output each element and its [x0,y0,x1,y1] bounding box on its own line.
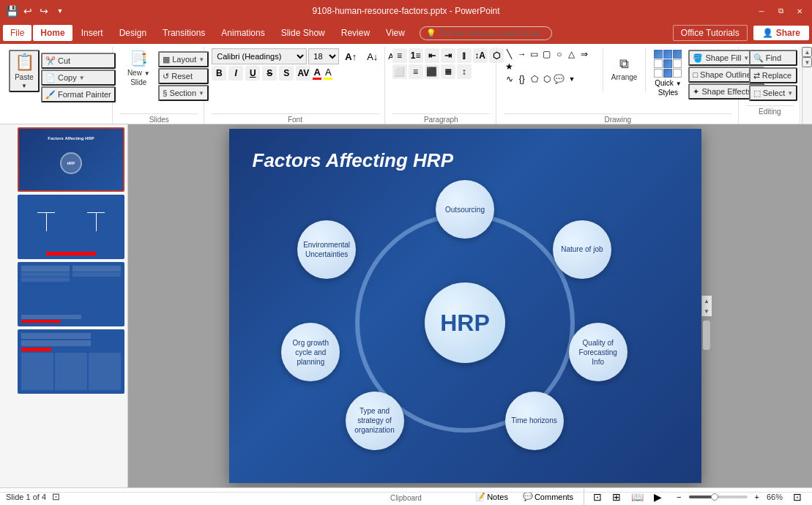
align-right-button[interactable]: ⬛ [425,64,439,79]
new-slide-button[interactable]: 📑 New ▼ Slide [120,48,157,88]
line-spacing-button[interactable]: ↕ [457,64,472,79]
shape-effects-icon: ✦ [693,87,699,97]
menu-home[interactable]: Home [33,25,72,41]
rect-shape[interactable]: ▭ [529,48,540,60]
ribbon-group-clipboard: 📋 Paste ▼ ✂️ Cut 📄 Copy ▼ 🖌️ Format Pain… [3,47,113,124]
right-arrow-shape[interactable]: ⇒ [578,48,590,60]
quick-styles-label: Quick ▼ [655,79,681,87]
highlight-color-button[interactable]: A [324,67,332,80]
find-button[interactable]: 🔍 Find [749,50,798,66]
paste-button[interactable]: 📋 Paste ▼ [9,50,40,92]
zoom-slider-thumb[interactable] [711,493,718,501]
replace-button[interactable]: ⇄ Replace [749,67,798,83]
format-painter-button[interactable]: 🖌️ Format Painter [41,86,116,102]
star-shape[interactable]: ★ [504,61,515,72]
replace-icon: ⇄ [753,71,760,81]
slide-wrapper-1: 1 Factors Affecting HRP HRP [3,127,124,192]
close-button[interactable]: ✕ [793,4,806,18]
slide-thumbnail-3[interactable] [18,262,124,326]
circle-shape[interactable]: ○ [554,48,565,60]
arrange-button[interactable]: ⧉ Arrange [607,48,642,89]
shadow-button[interactable]: S [279,66,294,81]
customize-quick-access-icon[interactable]: ▼ [54,5,66,17]
callout-shape[interactable]: 💬 [554,73,565,85]
slide-canvas[interactable]: Factors Affecting HRP HRP Outsourcing Na… [229,129,701,483]
font-row1: Calibri (Headings) 18 A↑ A↓ Aᵥ [212,48,401,64]
curve-shape[interactable]: ∿ [504,73,515,85]
text-direction-button[interactable]: ↕A [473,48,488,63]
strikethrough-button[interactable]: S [262,66,277,81]
menu-animations[interactable]: Animations [214,25,272,41]
justify-button[interactable]: ≣ [441,64,455,79]
undo-icon[interactable]: ↩ [22,5,34,17]
menu-review[interactable]: Review [334,25,377,41]
numbering-button[interactable]: 1≡ [409,48,423,63]
decrease-font-button[interactable]: A↓ [362,49,382,64]
ribbon-scroll-down[interactable]: ▼ [802,57,812,67]
align-left-button[interactable]: ⬜ [392,64,407,79]
decrease-indent-button[interactable]: ⇤ [425,48,439,63]
restore-button[interactable]: ⧉ [774,4,787,18]
scissors-icon: ✂️ [45,56,56,66]
tell-me-label: Tell me what you want to do... [439,29,545,37]
copy-button[interactable]: 📄 Copy ▼ [41,70,116,86]
minimize-button[interactable]: ─ [755,4,768,18]
redo-icon[interactable]: ↪ [38,5,50,17]
new-slide-icon: 📑 [130,50,148,67]
shape-fill-icon: 🪣 [693,53,703,63]
slide-thumbnail-1[interactable]: Factors Affecting HRP HRP [18,127,124,192]
cut-button[interactable]: ✂️ Cut [41,53,116,69]
menu-transitions[interactable]: Transitions [155,25,212,41]
slides-label: Slides [120,113,198,124]
font-label: Font [212,113,378,124]
hexagon-shape[interactable]: ⬡ [541,73,553,85]
content-area: 1 Factors Affecting HRP HRP 2 [0,124,812,487]
select-button[interactable]: ⬚ Select ▼ [749,85,798,101]
layout-button[interactable]: ▦ Layout ▼ [158,51,209,67]
title-bar-left: 💾 ↩ ↪ ▼ [6,5,66,17]
triangle-shape[interactable]: △ [566,48,578,60]
arrow-shape[interactable]: → [516,48,528,60]
hrp-diagram: HRP Outsourcing Nature of job Quality of… [266,180,665,465]
menu-insert[interactable]: Insert [74,25,111,41]
thumb4-content [19,331,123,392]
slide-thumbnail-2[interactable] [18,195,124,259]
increase-font-button[interactable]: A↑ [340,49,361,64]
quick-styles-button[interactable]: Quick ▼ Styles [649,48,686,98]
save-icon[interactable]: 💾 [6,5,18,17]
scroll-up-button[interactable]: ▲ [701,296,712,306]
format-painter-icon: 🖌️ [45,90,56,100]
ribbon-scroll-up[interactable]: ▲ [802,47,812,57]
menu-design[interactable]: Design [112,25,154,41]
bullets-button[interactable]: ≡ [392,48,407,63]
font-family-select[interactable]: Calibri (Headings) [212,48,307,64]
share-button[interactable]: 👤 Share [753,26,809,40]
font-color-button[interactable]: A [313,67,321,80]
reset-button[interactable]: ↺ Reset [158,68,209,84]
vertical-scrollbar[interactable]: ▲ ▼ [701,296,712,316]
pentagon-shape[interactable]: ⬠ [529,73,540,85]
font-size-select[interactable]: 18 [308,48,339,64]
office-tutorials-button[interactable]: Office Tutorials [673,25,748,41]
char-spacing-button[interactable]: AV [296,66,310,81]
increase-indent-button[interactable]: ⇥ [441,48,455,63]
menu-slideshow[interactable]: Slide Show [274,25,332,41]
align-center-button[interactable]: ≡ [409,64,423,79]
outsourcing-node: Outsourcing [436,180,494,239]
zoom-slider[interactable] [689,495,748,498]
menu-file[interactable]: File [3,25,31,41]
bracket-shape[interactable]: {} [516,73,528,85]
slide-thumbnail-4[interactable] [18,329,124,394]
tell-me-input[interactable]: 💡 Tell me what you want to do... [420,26,552,40]
scroll-down-button[interactable]: ▼ [701,306,712,316]
rounded-rect-shape[interactable]: ▢ [541,48,553,60]
italic-button[interactable]: I [228,66,243,81]
columns-button[interactable]: ⫿ [457,48,472,63]
scroll-thumb[interactable] [703,321,710,350]
menu-view[interactable]: View [379,25,412,41]
line-shape[interactable]: ╲ [504,48,515,60]
more-shapes-icon[interactable]: ▼ [566,73,578,85]
section-button[interactable]: § Section ▼ [158,85,209,101]
bold-button[interactable]: B [212,66,226,81]
underline-button[interactable]: U [245,66,260,81]
